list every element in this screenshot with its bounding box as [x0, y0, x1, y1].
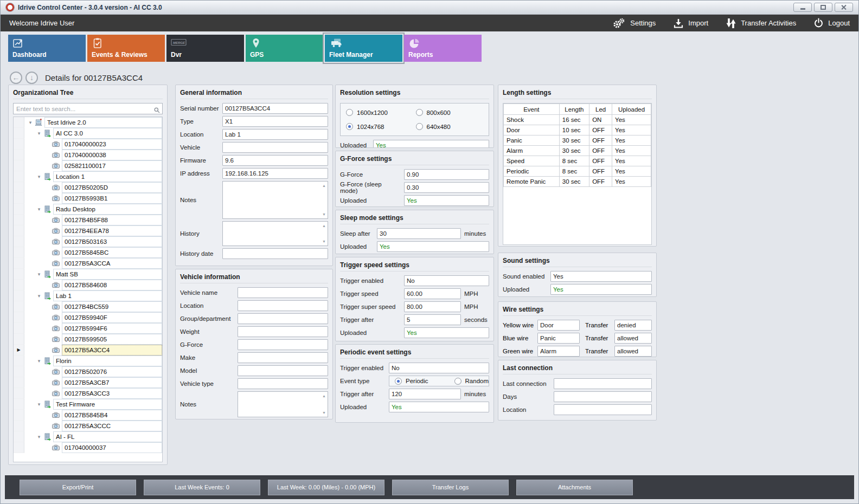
- yellow-wire-input[interactable]: [537, 320, 580, 331]
- tree-node-label[interactable]: 00127B5993B1: [62, 193, 162, 204]
- tree-row[interactable]: ▾AI - FL: [14, 431, 162, 442]
- tab-fleet-manager[interactable]: Fleet Manager: [325, 35, 402, 62]
- tree-row[interactable]: 00127B50205D: [14, 182, 162, 193]
- trigger-enabled-input[interactable]: [404, 275, 489, 286]
- location-input[interactable]: [222, 129, 328, 140]
- trigger-speed-input[interactable]: [404, 288, 461, 299]
- tree-row[interactable]: ▾Radu Desktop: [14, 204, 162, 215]
- tree-row[interactable]: 00127B4EEA78: [14, 225, 162, 236]
- tree-node-label[interactable]: 017040000038: [62, 150, 162, 160]
- firmware-input[interactable]: [222, 155, 328, 166]
- tab-gps[interactable]: GPS: [246, 35, 323, 62]
- blue-wire-input[interactable]: [537, 333, 580, 344]
- tree-row[interactable]: 017040000037: [14, 442, 162, 453]
- tree-node-label[interactable]: 00127B5A3CCC: [62, 421, 162, 431]
- tree-row[interactable]: 00127B584608: [14, 280, 162, 290]
- last-connection-input[interactable]: [554, 378, 652, 389]
- collapse-button[interactable]: ↓: [25, 72, 38, 84]
- tree-node-label[interactable]: 00127B5845B4: [62, 410, 162, 421]
- tree-node-label[interactable]: AI - FL: [53, 431, 162, 442]
- scroll-down-icon[interactable]: ▼: [322, 240, 326, 243]
- vehicle-notes-textarea[interactable]: [238, 391, 328, 417]
- periodic-trigger-after-input[interactable]: [389, 389, 461, 399]
- notes-textarea[interactable]: [222, 181, 328, 219]
- tree-row[interactable]: 00127B59940F: [14, 312, 162, 323]
- tree-row[interactable]: 00127B5A3CC3: [14, 388, 162, 399]
- tree-node-label[interactable]: 00127B5994F6: [62, 323, 162, 334]
- vehicle-input[interactable]: [222, 142, 328, 153]
- tree-row[interactable]: ▾Location 1: [14, 171, 162, 182]
- logout-button[interactable]: Logout: [813, 18, 850, 28]
- tree-row[interactable]: 00127B5A3CCC: [14, 421, 162, 431]
- tree-row[interactable]: 00127B5845B4: [14, 410, 162, 421]
- green-wire-input[interactable]: [537, 346, 580, 357]
- tree-node-label[interactable]: Test Idrive 2.0: [44, 117, 162, 128]
- tree-node-label[interactable]: 00127B599505: [62, 334, 162, 345]
- radio-option-random[interactable]: Random: [454, 378, 489, 385]
- scroll-down-icon[interactable]: ▼: [322, 411, 326, 415]
- expander-icon[interactable]: ▾: [35, 358, 43, 364]
- transfer-logs-button[interactable]: Transfer Logs: [392, 480, 509, 495]
- tree-row[interactable]: 00127B503163: [14, 236, 162, 247]
- location-input[interactable]: [238, 300, 328, 311]
- expander-icon[interactable]: ▾: [35, 206, 43, 212]
- tree-row[interactable]: 017040000038: [14, 150, 162, 160]
- expander-icon[interactable]: ▾: [35, 174, 43, 179]
- attachments-button[interactable]: Attachments: [516, 480, 633, 495]
- last-week-0-00-miles-0-00-mph-button[interactable]: Last Week: 0.00 (Miles) - 0.00 (MPH): [268, 480, 384, 495]
- sleep-after-input[interactable]: [377, 228, 461, 239]
- tree-node-label[interactable]: Test Firmware: [53, 399, 162, 410]
- blue-wire-transfer-input[interactable]: [614, 333, 652, 344]
- tree-node-label[interactable]: Radu Desktop: [53, 204, 162, 215]
- radio-option-periodic[interactable]: Periodic: [395, 378, 428, 385]
- type-input[interactable]: [222, 116, 328, 127]
- tree-row[interactable]: 00127B4B5F88: [14, 215, 162, 225]
- tree-row[interactable]: ▾Florin: [14, 356, 162, 366]
- import-button[interactable]: Import: [673, 18, 708, 29]
- sound-enabled-input[interactable]: [550, 271, 652, 282]
- tree-node-label[interactable]: AI CC 3.0: [53, 128, 162, 139]
- tree-node-label[interactable]: 00127B4B5F88: [62, 215, 162, 225]
- make-input[interactable]: [238, 352, 328, 363]
- close-button[interactable]: [835, 3, 853, 12]
- g-force-sleep-mode-input[interactable]: [404, 182, 489, 193]
- tree-row[interactable]: 00127B5A3CB7: [14, 377, 162, 388]
- scroll-up-icon[interactable]: ▲: [322, 394, 326, 398]
- history-textarea[interactable]: [222, 221, 328, 246]
- tree-row[interactable]: 00127B4BC559: [14, 301, 162, 312]
- radio-option-640x480[interactable]: 640x480: [416, 123, 484, 130]
- tree-row[interactable]: 00127B5993B1: [14, 193, 162, 204]
- tree-node-label[interactable]: 00127B5A3CC4: [62, 345, 162, 356]
- model-input[interactable]: [238, 365, 328, 376]
- tree-node-label[interactable]: 00127B50205D: [62, 182, 162, 193]
- tree-node-label[interactable]: 017040000037: [62, 442, 162, 453]
- tree-row[interactable]: 017040000023: [14, 139, 162, 150]
- vehicle-name-input[interactable]: [238, 287, 328, 298]
- tree-node-label[interactable]: 00127B584608: [62, 280, 162, 290]
- tree-node-label[interactable]: Lab 1: [53, 290, 162, 301]
- tree-node-label[interactable]: 00127B4EEA78: [62, 225, 162, 236]
- tree-node-label[interactable]: 00127B5A3CCA: [62, 258, 162, 269]
- tree-row[interactable]: ▾Matt SB: [14, 269, 162, 280]
- expander-icon[interactable]: ▾: [35, 434, 43, 440]
- tree-row[interactable]: ▾AI CC 3.0: [14, 128, 162, 139]
- serial-number-input[interactable]: [222, 103, 328, 114]
- periodic-trigger-enabled-input[interactable]: [389, 363, 489, 373]
- tree-row[interactable]: ▾Lab 1: [14, 290, 162, 301]
- back-button[interactable]: ←: [10, 72, 22, 84]
- tree-node-label[interactable]: 017040000023: [62, 139, 162, 150]
- tree-row[interactable]: 00127B5994F6: [14, 323, 162, 334]
- tree-row[interactable]: ▶00127B5A3CC4: [14, 345, 162, 356]
- vehicle-type-input[interactable]: [238, 378, 328, 389]
- tree-row[interactable]: 00127B5845BC: [14, 247, 162, 258]
- tree-row[interactable]: 00127B599505: [14, 334, 162, 345]
- radio-option-800x600[interactable]: 800x600: [416, 109, 484, 116]
- tab-events-reviews[interactable]: Events & Reviews: [87, 35, 165, 62]
- last-week-events-0-button[interactable]: Last Week Events: 0: [144, 480, 260, 495]
- tree-row[interactable]: ▾Test Idrive 2.0: [14, 117, 162, 128]
- tree-node-label[interactable]: 00127B503163: [62, 236, 162, 247]
- expander-icon[interactable]: ▾: [35, 272, 43, 277]
- minimize-button[interactable]: [793, 3, 812, 12]
- tree-node-label[interactable]: 00127B5845BC: [62, 247, 162, 258]
- expander-icon[interactable]: ▾: [35, 402, 43, 407]
